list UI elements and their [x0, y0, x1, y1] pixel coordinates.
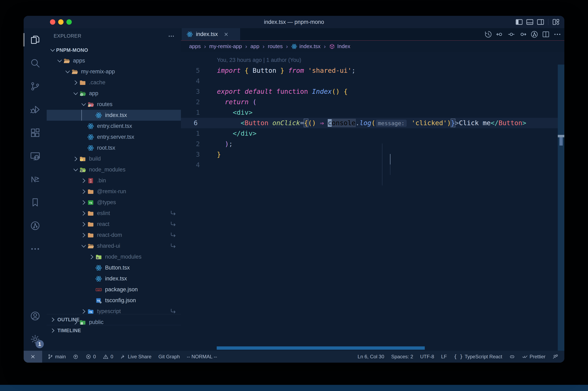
code-line[interactable]: 3export default function Index() { — [181, 86, 564, 97]
status-vim-mode[interactable]: -- NORMAL -- — [187, 354, 217, 360]
activity-more-views-icon[interactable] — [24, 237, 47, 261]
status-branch[interactable]: main — [47, 354, 66, 360]
tree-item--bin[interactable]: 0110.bin — [47, 175, 181, 186]
editor-action-nav-back-icon[interactable] — [496, 30, 504, 38]
activity-git-graph-icon[interactable] — [24, 214, 47, 237]
tree-item-node-modules[interactable]: JSnode_modules — [47, 164, 181, 175]
chevron-right-icon[interactable] — [80, 308, 87, 315]
tree-item-react[interactable]: react — [47, 219, 181, 230]
chevron-right-icon[interactable] — [80, 177, 87, 184]
tree-item-react-dom[interactable]: react-dom — [47, 230, 181, 241]
breadcrumb-item-index-tsx[interactable]: index.tsx — [291, 43, 320, 50]
chevron-right-icon[interactable] — [72, 155, 79, 162]
activity-run-debug-icon[interactable] — [24, 98, 47, 121]
status-git-graph[interactable]: Git Graph — [159, 354, 180, 360]
chevron-right-icon[interactable] — [88, 253, 95, 261]
status-encoding[interactable]: UTF-8 — [420, 354, 434, 360]
activity-accounts-icon[interactable] — [24, 304, 47, 327]
breadcrumb-item-routes[interactable]: routes — [268, 43, 283, 50]
tree-item--cache[interactable]: .cache — [47, 77, 181, 88]
status-sync[interactable] — [73, 354, 79, 360]
editor-action-ellipsis-icon[interactable] — [553, 30, 562, 38]
code-line[interactable]: 5import { Button } from 'shared-ui'; — [181, 65, 564, 76]
vertical-scrollbar[interactable] — [558, 65, 564, 363]
tree-item-eslint[interactable]: eslint — [47, 208, 181, 219]
workspace-root-row[interactable]: PNPM-MONO — [47, 45, 181, 55]
tree-item-routes[interactable]: routes — [47, 99, 181, 110]
toggle-secondary-sidebar-icon[interactable] — [537, 18, 544, 26]
activity-source-control-icon[interactable] — [24, 75, 47, 98]
chevron-down-icon[interactable] — [72, 166, 79, 173]
status-cursor-position[interactable]: Ln 6, Col 30 — [358, 354, 384, 360]
code-line[interactable]: 6 <Button onClick={() ⇒ console.log(mess… — [181, 118, 564, 128]
breadcrumb-item-index[interactable]: Index — [329, 43, 350, 50]
editor-action-nav-forward-icon[interactable] — [519, 30, 527, 38]
git-blame-annotation[interactable]: You, 23 hours ago | 1 author (You) — [181, 55, 564, 65]
code-line[interactable]: 2 return ( — [181, 97, 564, 107]
tree-item-button-tsx[interactable]: Button.tsx — [47, 262, 181, 273]
status-eol[interactable]: LF — [441, 354, 447, 360]
chevron-down-icon[interactable] — [72, 90, 79, 97]
tree-item-root-tsx[interactable]: root.tsx — [47, 142, 181, 153]
tab-index-tsx[interactable]: index.tsx — [182, 28, 240, 40]
tree-item-build[interactable]: build — [47, 153, 181, 164]
code-line[interactable]: 1 </div> — [181, 128, 564, 139]
titlebar[interactable]: index.tsx — pnpm-mono — [24, 16, 564, 28]
code-line[interactable]: 2 ); — [181, 139, 564, 149]
tree-item-node-modules[interactable]: JSnode_modules — [47, 251, 181, 262]
toggle-sidebar-icon[interactable] — [515, 18, 523, 26]
tree-item-index-tsx[interactable]: index.tsx — [47, 273, 181, 284]
status-indentation[interactable]: Spaces: 2 — [391, 354, 413, 360]
activity-explorer-icon[interactable] — [24, 28, 47, 51]
chevron-down-icon[interactable] — [56, 57, 63, 64]
chevron-right-icon[interactable] — [80, 232, 87, 239]
close-tab-icon[interactable] — [223, 31, 229, 37]
activity-extensions-icon[interactable] — [24, 121, 47, 144]
tree-item--types[interactable]: TS@types — [47, 197, 181, 208]
tree-item-entry-client-tsx[interactable]: entry.client.tsx — [47, 121, 181, 132]
status-errors[interactable]: 0 — [86, 354, 96, 360]
activity-settings-icon[interactable]: 1 — [24, 327, 47, 351]
code-line[interactable]: 4 — [181, 160, 564, 170]
horizontal-scrollbar[interactable] — [217, 346, 425, 350]
chevron-right-icon[interactable] — [72, 79, 79, 86]
toggle-panel-icon[interactable] — [526, 18, 534, 26]
breadcrumb-item-apps[interactable]: apps — [189, 43, 201, 50]
code-line[interactable]: 1 <div> — [181, 107, 564, 118]
tree-item-app[interactable]: app — [47, 88, 181, 99]
editor-action-split-icon[interactable] — [542, 30, 550, 38]
breadcrumb-item-my-remix-app[interactable]: my-remix-app — [209, 43, 242, 50]
status-warnings[interactable]: 0 — [103, 354, 113, 360]
tree-item-entry-server-tsx[interactable]: entry.server.tsx — [47, 132, 181, 142]
timeline-section[interactable]: TIMELINE — [47, 325, 181, 336]
chevron-down-icon[interactable] — [80, 243, 87, 250]
code-editor[interactable]: You, 23 hours ago | 1 author (You)5impor… — [181, 52, 564, 351]
status-live-share[interactable]: Live Share — [120, 354, 152, 360]
status-language-mode[interactable]: { }TypeScript React — [454, 354, 502, 360]
scrollbar-thumb[interactable] — [559, 137, 563, 146]
outline-section[interactable]: OUTLINE — [47, 314, 181, 325]
breadcrumb-item-app[interactable]: app — [250, 43, 259, 50]
editor-action-nav-circle-icon[interactable] — [507, 30, 515, 38]
chevron-down-icon[interactable] — [80, 101, 87, 108]
status-prettier[interactable]: Prettier — [522, 354, 545, 360]
editor-action-history-icon[interactable] — [484, 30, 492, 38]
tree-item--remix-run[interactable]: @remix-run — [47, 186, 181, 197]
chevron-right-icon[interactable] — [80, 221, 87, 228]
chevron-right-icon[interactable] — [80, 188, 87, 195]
chevron-right-icon[interactable] — [80, 210, 87, 217]
status-feedback[interactable] — [552, 354, 558, 360]
tree-item-shared-ui[interactable]: shared-ui — [47, 241, 181, 251]
chevron-down-icon[interactable] — [64, 68, 71, 75]
code-line[interactable]: 4 — [181, 76, 564, 86]
activity-bookmarks-icon[interactable] — [24, 191, 47, 214]
status-remote-indicator[interactable] — [24, 351, 42, 363]
activity-nx-console-icon[interactable] — [24, 168, 47, 191]
activity-search-icon[interactable] — [24, 51, 47, 75]
customize-layout-icon[interactable] — [552, 18, 560, 26]
explorer-more-actions-icon[interactable] — [168, 33, 175, 40]
chevron-right-icon[interactable] — [80, 199, 87, 206]
editor-action-gitgraph-icon[interactable] — [530, 30, 538, 38]
tree-item-tsconfig-json[interactable]: TStsconfig.json — [47, 295, 181, 306]
tree-item-apps[interactable]: apps — [47, 55, 181, 66]
